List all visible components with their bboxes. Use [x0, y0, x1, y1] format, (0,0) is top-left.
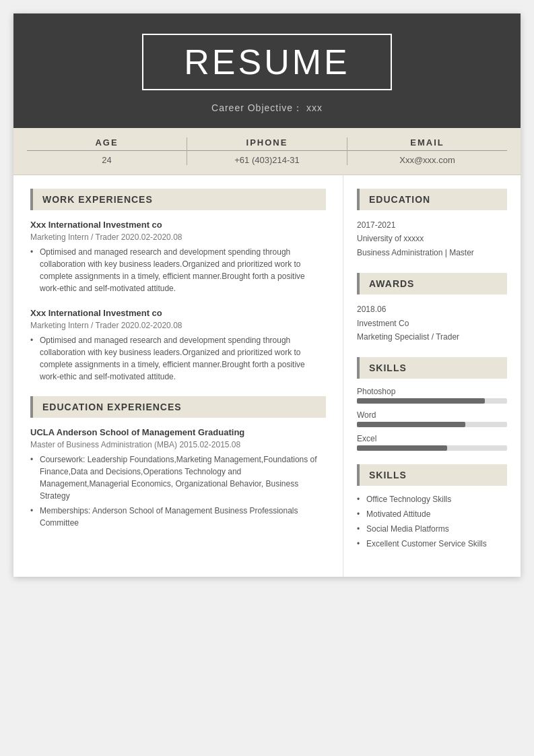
work-title-1: Marketing Intern / Trader 2020.02-2020.0… [30, 232, 326, 242]
awards-header: AWARDS [357, 273, 507, 294]
skill-photoshop: Photoshop [357, 387, 507, 404]
edu-exp-bullet-2: Memberships: Anderson School of Manageme… [30, 505, 326, 529]
edu-degree-1: Master of Business Administration (MBA) … [30, 440, 326, 449]
email-contact: EMAIL Xxx@xxx.com [347, 137, 507, 165]
work-item-2: Xxx International Investment co Marketin… [30, 308, 326, 383]
email-label: EMAIL [347, 137, 507, 151]
skill-photoshop-bar-fill [357, 398, 485, 404]
work-bullets-1: Optimised and managed research and devel… [30, 246, 326, 294]
skills-list-header: SKILLS [357, 464, 507, 486]
skill-excel: Excel [357, 434, 507, 451]
title-box: RESUME [142, 34, 391, 90]
work-item-1: Xxx International Investment co Marketin… [30, 220, 326, 294]
email-value: Xxx@xxx.com [347, 155, 507, 165]
work-company-2: Xxx International Investment co [30, 308, 326, 318]
header-section: RESUME Career Objective： xxx [13, 13, 521, 128]
right-column: EDUCATION 2017-2021 University of xxxxx … [343, 175, 521, 577]
skills-list-container: Office Technology Skills Motivated Attit… [357, 494, 507, 549]
education-experiences-header: EDUCATION EXPERIENCES [30, 396, 326, 418]
edu-degree-right: Business Administration | Master [357, 246, 507, 259]
resume-title: RESUME [184, 42, 349, 82]
career-value: xxx [306, 102, 323, 113]
skill-word-label: Word [357, 410, 507, 420]
career-label: Career Objective： [211, 102, 303, 113]
career-objective-line: Career Objective： xxx [40, 102, 494, 115]
skill-bars-container: Photoshop Word Excel [357, 387, 507, 451]
work-title-2: Marketing Intern / Trader 2020.02-2020.0… [30, 321, 326, 330]
contact-bar: AGE 24 IPHONE +61 (403)214-31 EMAIL Xxx@… [13, 128, 521, 175]
work-experiences-section: WORK EXPERIENCES Xxx International Inves… [30, 189, 326, 383]
edu-years: 2017-2021 [357, 218, 507, 232]
work-bullets-2: Optimised and managed research and devel… [30, 334, 326, 383]
age-label: AGE [27, 137, 187, 151]
skills-list-section: SKILLS Office Technology Skills Motivate… [357, 464, 507, 549]
age-value: 24 [27, 155, 187, 165]
iphone-label: IPHONE [187, 137, 347, 151]
skill-word: Word [357, 410, 507, 427]
main-content: WORK EXPERIENCES Xxx International Inves… [13, 175, 521, 577]
skills-bars-header: SKILLS [357, 357, 507, 379]
work-bullet-1-1: Optimised and managed research and devel… [30, 246, 326, 294]
education-experiences-section: EDUCATION EXPERIENCES UCLA Anderson Scho… [30, 396, 326, 529]
resume-page: RESUME Career Objective： xxx AGE 24 IPHO… [13, 13, 521, 577]
skill-excel-bar-bg [357, 445, 507, 451]
age-contact: AGE 24 [27, 137, 187, 165]
iphone-value: +61 (403)214-31 [187, 155, 347, 165]
iphone-contact: IPHONE +61 (403)214-31 [187, 137, 347, 165]
skill-photoshop-bar-bg [357, 398, 507, 404]
skill-excel-bar-fill [357, 445, 447, 451]
edu-exp-bullets-1: Coursework: Leadership Foundations,Marke… [30, 453, 326, 529]
work-company-1: Xxx International Investment co [30, 220, 326, 230]
award-year: 2018.06 [357, 303, 507, 316]
education-header: EDUCATION [357, 189, 507, 210]
skill-excel-label: Excel [357, 434, 507, 443]
edu-school-1: UCLA Anderson School of Management Gradu… [30, 427, 326, 437]
education-item-1: 2017-2021 University of xxxxx Business A… [357, 218, 507, 259]
left-column: WORK EXPERIENCES Xxx International Inves… [13, 175, 343, 577]
award-item-1: 2018.06 Investment Co Marketing Speciali… [357, 303, 507, 344]
skill-photoshop-label: Photoshop [357, 387, 507, 396]
skill-list-item-2: Motivated Attitude [357, 509, 507, 520]
award-company: Investment Co [357, 317, 507, 330]
edu-exp-item-1: UCLA Anderson School of Management Gradu… [30, 427, 326, 529]
skill-list-item-4: Excellent Customer Service Skills [357, 538, 507, 550]
awards-section: AWARDS 2018.06 Investment Co Marketing S… [357, 273, 507, 344]
work-bullet-2-1: Optimised and managed research and devel… [30, 334, 326, 383]
work-experiences-header: WORK EXPERIENCES [30, 189, 326, 210]
skill-list-item-1: Office Technology Skills [357, 494, 507, 505]
education-section: EDUCATION 2017-2021 University of xxxxx … [357, 189, 507, 259]
award-role: Marketing Specialist / Trader [357, 330, 507, 344]
edu-university: University of xxxxx [357, 232, 507, 245]
skill-list-item-3: Social Media Platforms [357, 524, 507, 535]
edu-exp-bullet-1: Coursework: Leadership Foundations,Marke… [30, 453, 326, 502]
skills-bars-section: SKILLS Photoshop Word [357, 357, 507, 451]
skill-word-bar-fill [357, 422, 465, 427]
skill-word-bar-bg [357, 422, 507, 427]
